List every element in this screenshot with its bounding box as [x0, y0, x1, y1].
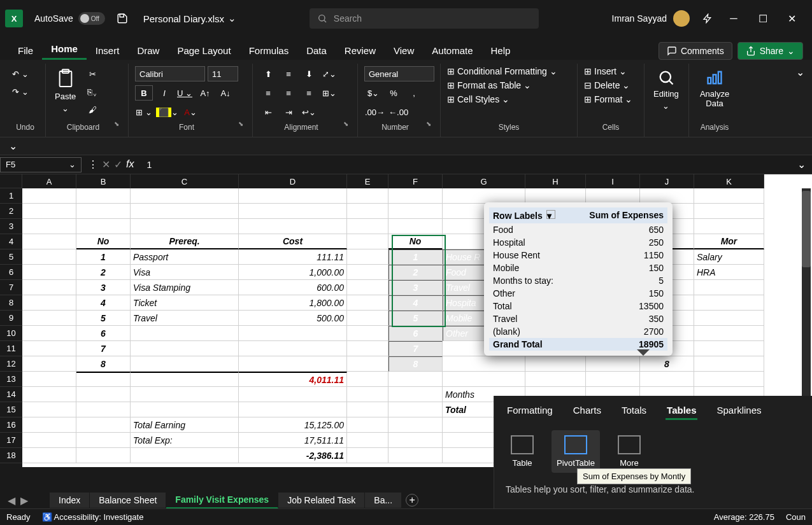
- cell[interactable]: [443, 356, 525, 372]
- editing-button[interactable]: Editing⌄: [651, 66, 681, 120]
- cell[interactable]: [347, 295, 388, 311]
- tab-draw[interactable]: Draw: [128, 41, 168, 60]
- row-header-1[interactable]: 1: [0, 188, 22, 204]
- col-header-I[interactable]: I: [586, 174, 640, 188]
- cell[interactable]: [347, 280, 388, 295]
- cell[interactable]: 600.00: [239, 280, 347, 295]
- row-header-9[interactable]: 9: [0, 311, 22, 326]
- copy-button[interactable]: ⎘⌄: [83, 84, 101, 99]
- cell[interactable]: [586, 372, 640, 387]
- bold-button[interactable]: B: [135, 85, 153, 101]
- cell[interactable]: 8: [76, 356, 131, 372]
- tab-data[interactable]: Data: [297, 41, 336, 60]
- cell[interactable]: [347, 311, 388, 326]
- cell[interactable]: [239, 219, 347, 234]
- tab-review[interactable]: Review: [336, 41, 385, 60]
- cell[interactable]: [239, 204, 347, 219]
- row-header-13[interactable]: 13: [0, 372, 22, 387]
- cell[interactable]: [694, 341, 764, 356]
- cell[interactable]: No: [388, 234, 443, 249]
- share-button[interactable]: Share ⌄: [737, 42, 803, 60]
- cell[interactable]: [347, 341, 388, 356]
- cell[interactable]: [694, 295, 764, 311]
- col-header-A[interactable]: A: [22, 174, 76, 188]
- paste-button[interactable]: Paste⌄: [52, 66, 78, 120]
- cell[interactable]: [22, 402, 76, 417]
- row-header-5[interactable]: 5: [0, 249, 22, 265]
- format-painter-button[interactable]: 🖌: [83, 102, 101, 117]
- cell[interactable]: [694, 326, 764, 341]
- cell[interactable]: Salary: [694, 249, 764, 265]
- decrease-font-button[interactable]: A↓: [217, 85, 234, 101]
- close-button[interactable]: ✕: [778, 8, 807, 29]
- cell[interactable]: [388, 188, 443, 204]
- sheet-tab-index[interactable]: Index: [50, 493, 90, 508]
- cell[interactable]: [347, 402, 388, 417]
- wrap-text-button[interactable]: ↩⌄: [300, 104, 318, 120]
- search-box[interactable]: Search: [310, 8, 539, 29]
- cell[interactable]: 2: [76, 265, 131, 280]
- cell[interactable]: [347, 265, 388, 280]
- cell[interactable]: [694, 372, 764, 387]
- cell[interactable]: 1,800.00: [239, 295, 347, 311]
- qa-thumb-more[interactable]: More: [613, 430, 646, 473]
- cell[interactable]: Ticket: [131, 295, 239, 311]
- cell[interactable]: 3: [76, 280, 131, 295]
- cell[interactable]: 1: [76, 249, 131, 265]
- column-headers[interactable]: ABCDEFGHIJK: [22, 174, 764, 188]
- cell[interactable]: Total Earning: [131, 417, 239, 433]
- cell[interactable]: 4: [76, 295, 131, 311]
- orientation-button[interactable]: ⤢⌄: [320, 66, 338, 81]
- cell[interactable]: [640, 372, 694, 387]
- cell[interactable]: [443, 188, 525, 204]
- cell[interactable]: Passport: [131, 249, 239, 265]
- add-sheet-button[interactable]: +: [406, 494, 418, 507]
- cell[interactable]: [76, 417, 131, 433]
- cell[interactable]: [640, 188, 694, 204]
- flash-icon[interactable]: [702, 13, 713, 24]
- cell[interactable]: [388, 387, 443, 402]
- border-button[interactable]: ⊞ ⌄: [135, 104, 153, 120]
- sheet-nav-next[interactable]: ▶: [18, 494, 31, 507]
- cell[interactable]: [239, 188, 347, 204]
- row-header-14[interactable]: 14: [0, 387, 22, 402]
- sheet-tab-family[interactable]: Family Visit Expenses: [166, 492, 278, 509]
- cell[interactable]: 1: [388, 249, 443, 265]
- cell[interactable]: [131, 326, 239, 341]
- cell[interactable]: [22, 219, 76, 234]
- ribbon-collapse-button[interactable]: ⌄: [794, 64, 807, 137]
- cell[interactable]: [76, 188, 131, 204]
- cell[interactable]: [347, 204, 388, 219]
- cell[interactable]: 7: [76, 341, 131, 356]
- cell[interactable]: [22, 356, 76, 372]
- cell[interactable]: [347, 433, 388, 448]
- qa-tab-sparklines[interactable]: Sparklines: [715, 402, 762, 420]
- cell[interactable]: [694, 356, 764, 372]
- col-header-F[interactable]: F: [388, 174, 443, 188]
- cell[interactable]: [443, 372, 525, 387]
- toggle-switch[interactable]: Off: [78, 12, 105, 25]
- tab-view[interactable]: View: [385, 41, 423, 60]
- cell[interactable]: [388, 219, 443, 234]
- cell[interactable]: [22, 326, 76, 341]
- qa-tab-totals[interactable]: Totals: [620, 402, 648, 420]
- cell[interactable]: [76, 402, 131, 417]
- decrease-decimal-button[interactable]: ←.00: [388, 104, 409, 120]
- cell[interactable]: 4: [388, 295, 443, 311]
- fx-icon[interactable]: fx: [126, 158, 134, 171]
- tab-automate[interactable]: Automate: [423, 41, 481, 60]
- align-center-button[interactable]: ≡: [280, 85, 297, 101]
- cancel-icon[interactable]: ✕: [102, 158, 110, 171]
- cell[interactable]: -2,386.11: [239, 448, 347, 463]
- cell[interactable]: [239, 356, 347, 372]
- cell[interactable]: [76, 448, 131, 463]
- row-header-17[interactable]: 17: [0, 433, 22, 448]
- cell[interactable]: 500.00: [239, 311, 347, 326]
- cell[interactable]: [239, 326, 347, 341]
- name-box[interactable]: F5⌄: [0, 157, 82, 172]
- cell[interactable]: [694, 204, 764, 219]
- cell[interactable]: [22, 204, 76, 219]
- enter-icon[interactable]: ✓: [114, 158, 122, 171]
- cell[interactable]: [694, 219, 764, 234]
- row-header-10[interactable]: 10: [0, 326, 22, 341]
